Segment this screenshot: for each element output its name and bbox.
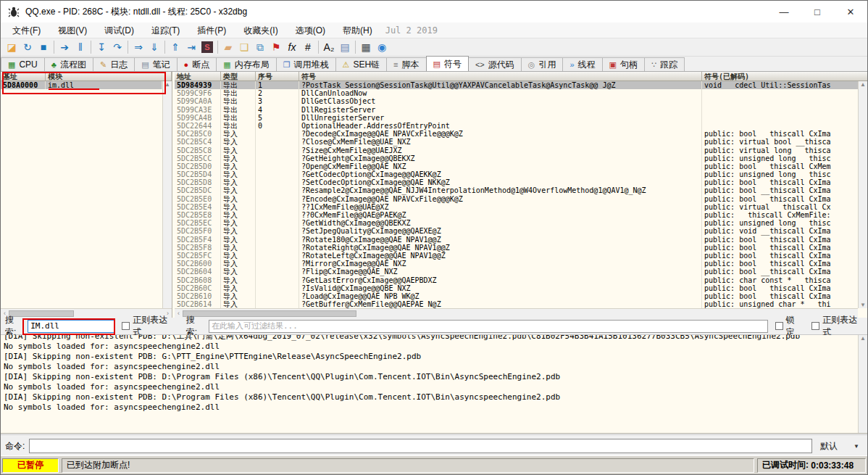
menu-item-收藏夹I[interactable]: 收藏夹(I) — [235, 23, 286, 38]
tab-笔记[interactable]: ▤笔记 — [134, 57, 177, 71]
tab-脚本[interactable]: ≡脚本 — [386, 57, 426, 71]
scroll-thumb[interactable] — [183, 310, 356, 317]
minimize-button[interactable]: — — [767, 1, 801, 22]
menu-item-文件F[interactable]: 文件(F) — [4, 23, 49, 38]
symbol-row[interactable]: 5DC2B5FC导入?RotateLeft@CxImage@@QAE_NPAV1… — [175, 252, 858, 260]
symbol-row[interactable]: 5DC2B60C导入?IsValid@CxImage@@QBE_NXZpubli… — [175, 284, 858, 292]
symbol-row[interactable]: 5DC2B5E8导入??0CxMemFile@@QAE@PAEK@Zpublic… — [175, 211, 858, 219]
symbol-row[interactable]: 5DC2B5D4导入?GetCodecOption@CxImage@@QAEKK… — [175, 170, 858, 178]
step-out-icon[interactable]: ⇑ — [167, 40, 183, 54]
run-to-user-code-icon[interactable]: ⇥ — [183, 40, 199, 54]
execute-till-return-icon[interactable]: ⇓ — [146, 40, 162, 54]
close-button[interactable]: ✕ — [834, 1, 867, 22]
symbol-row[interactable]: 5D99CA3E导出4DllRegisterServer — [175, 106, 858, 114]
symbol-row[interactable]: 5DC2B5F4导入?Rotate180@CxImage@@QAE_NPAV1@… — [175, 236, 858, 244]
pause-icon[interactable]: ‖ — [72, 40, 88, 54]
tab-SEH链[interactable]: ⚠SEH链 — [335, 57, 388, 71]
symbol-row[interactable]: 5DC2B614导入?GetBuffer@CxMemFile@@QAEPAE_N… — [175, 300, 858, 308]
maximize-button[interactable]: □ — [801, 1, 834, 22]
function-icon[interactable]: fx — [284, 40, 300, 54]
tab-源代码[interactable]: <>源代码 — [468, 57, 522, 71]
open-file-icon[interactable]: ◪ — [4, 40, 20, 54]
symbol-row[interactable]: 5D984939导出1?PostTask_Session@SessionTask… — [175, 81, 858, 89]
menu-item-插件P[interactable]: 插件(P) — [188, 23, 235, 38]
regex2-checkbox[interactable] — [811, 322, 819, 330]
symbol-row[interactable]: 5D99C9F6导出2DllCanUnloadNow — [175, 89, 858, 97]
tab-线程[interactable]: »线程 — [562, 57, 602, 71]
symbol-row[interactable]: 5DC22644导出0OptionalHeader.AddressOfEntry… — [175, 122, 858, 130]
modules-col-module[interactable]: 模块 — [46, 72, 172, 80]
symbol-row[interactable]: 5DC2B5E4导入??1CxMemFile@@UAE@XZpublic: vi… — [175, 203, 858, 211]
tab-跟踪[interactable]: ∵跟踪 — [644, 57, 685, 71]
tab-调用堆栈[interactable]: ❐调用堆栈 — [276, 57, 336, 71]
symbol-row[interactable]: 5DC2B5F8导入?RotateRight@CxImage@@QAE_NPAV… — [175, 244, 858, 252]
call-stack-icon: ❐ — [283, 60, 291, 70]
symbol-row[interactable]: 5DC2B5C8导入?Size@CxMemFile@@UAEJXZpublic:… — [175, 146, 858, 154]
lock-checkbox[interactable] — [775, 322, 783, 330]
filter-input[interactable] — [209, 320, 768, 333]
tab-流程图[interactable]: ♣流程图 — [44, 57, 93, 71]
symbol-name: ?SetCodecOption@CxImage@@QAE_NKK@Z — [299, 178, 702, 186]
symbols-col-symbol[interactable]: 符号 — [299, 72, 702, 80]
search-input[interactable] — [28, 320, 114, 333]
patch-icon[interactable]: ▰ — [220, 40, 236, 54]
symbol-row[interactable]: 5DC2B5CC导入?GetHeight@CxImage@@QBEKXZpubl… — [175, 154, 858, 162]
menu-item-追踪T[interactable]: 追踪(T) — [143, 23, 188, 38]
command-input[interactable] — [29, 439, 812, 453]
tab-引用[interactable]: ◎引用 — [521, 57, 564, 71]
symbol-row[interactable]: 5DC2B5D8导入?SetCodecOption@CxImage@@QAE_N… — [175, 178, 858, 186]
symbol-row[interactable]: 5DC2B5F0导入?SetJpegQuality@CxImage@@QAEXE… — [175, 227, 858, 235]
command-profile-dropdown[interactable]: 默认 ▼ — [817, 439, 863, 453]
module-row[interactable]: 5D8A0000im.dll — [1, 81, 162, 89]
modules-col-base[interactable]: 基址 — [1, 72, 46, 80]
log-vscrollbar[interactable]: ▲ — [858, 335, 867, 434]
symbol-row[interactable]: 5DC2B604导入?Flip@CxImage@@QAE_NXZpublic: … — [175, 268, 858, 276]
globe-icon[interactable]: ◉ — [374, 40, 390, 54]
symbol-row[interactable]: 5DC2B5C4导入?Close@CxMemFile@@UAE_NXZpubli… — [175, 138, 858, 146]
symbol-row[interactable]: 5DC2B610导入?Load@CxImage@@QAE_NPB_WK@Zpub… — [175, 292, 858, 300]
run-icon[interactable]: ➔ — [57, 40, 72, 54]
symbol-row[interactable]: 5D99CA0A导出3DllGetClassObject — [175, 97, 858, 105]
symbol-row[interactable]: 5DC2B5EC导入?GetWidth@CxImage@@QBEKXZpubli… — [175, 219, 858, 227]
log-output[interactable]: [DIA] Skipping non-existent PDB: D:\工具\门… — [1, 335, 867, 434]
symbol-row[interactable]: 5DC2B608导入?GetLastError@CxImage@@QAEPBDX… — [175, 276, 858, 284]
strings-icon[interactable]: A₂ — [321, 40, 337, 54]
tab-日志[interactable]: ✎日志 — [93, 57, 135, 71]
menu-item-视图V[interactable]: 视图(V) — [49, 23, 96, 38]
modules-vscrollbar[interactable]: ▲ — [162, 81, 172, 308]
tab-CPU[interactable]: ▦CPU — [1, 57, 45, 71]
step-into-icon[interactable]: ↧ — [93, 40, 109, 54]
symbol-row[interactable]: 5DC2B5E0导入?Encode@CxImage@@QAE_NPAVCxFil… — [175, 195, 858, 203]
tab-断点[interactable]: ●断点 — [177, 57, 217, 71]
stop-icon[interactable]: ■ — [36, 40, 51, 54]
menu-item-选项O[interactable]: 选项(O) — [287, 23, 334, 38]
step-over-icon[interactable]: ↷ — [109, 40, 125, 54]
restart-icon[interactable]: ↻ — [20, 40, 36, 54]
tab-符号[interactable]: ▤符号 — [426, 56, 469, 71]
symbol-row[interactable]: 5DC2B600导入?Mirror@CxImage@@QAE_NXZpublic… — [175, 260, 858, 268]
symbols-vscrollbar[interactable]: ▲▼ — [858, 81, 867, 308]
menu-item-调试D[interactable]: 调试(D) — [96, 23, 143, 38]
regex-checkbox[interactable] — [122, 322, 130, 330]
symbol-row[interactable]: 5DC2B5D0导入?Open@CxMemFile@@QAE_NXZpublic… — [175, 162, 858, 170]
calculator-icon[interactable]: ▦ — [358, 40, 374, 54]
symbol-row[interactable]: 5DC2B5C0导入?Decode@CxImage@@QAE_NPAVCxFil… — [175, 130, 858, 138]
symbol-row[interactable]: 5D99CA4B导出5DllUnregisterServer — [175, 114, 858, 122]
bookmark-icon[interactable]: ⚑ — [268, 40, 284, 54]
tab-内存布局[interactable]: ▦内存布局 — [216, 57, 276, 71]
scroll-left-icon[interactable]: ‹ — [178, 310, 180, 317]
modules-icon[interactable]: ▤ — [337, 40, 353, 54]
tab-句柄[interactable]: ▣句柄 — [602, 57, 645, 71]
run-to-cursor-icon[interactable]: ⇒ — [130, 40, 146, 54]
comment-icon[interactable]: ❏ — [236, 40, 252, 54]
symbols-col-decorated[interactable]: 符号(已解码) — [702, 72, 867, 80]
seh-chain-icon[interactable]: S — [201, 41, 213, 53]
label-icon[interactable]: ⧉ — [252, 40, 268, 54]
symbols-hscrollbar[interactable]: ‹ — [175, 308, 858, 318]
symbols-col-type[interactable]: 类型 — [221, 72, 256, 80]
symbols-col-ordinal[interactable]: 序号 — [256, 72, 299, 80]
hash-icon[interactable]: # — [300, 40, 316, 54]
symbols-col-address[interactable]: 地址 — [175, 72, 221, 80]
menu-item-帮助H[interactable]: 帮助(H) — [334, 23, 381, 38]
symbol-row[interactable]: 5DC2B5DC导入?Resample2@CxImage@@QAE_NJJW4I… — [175, 186, 858, 194]
